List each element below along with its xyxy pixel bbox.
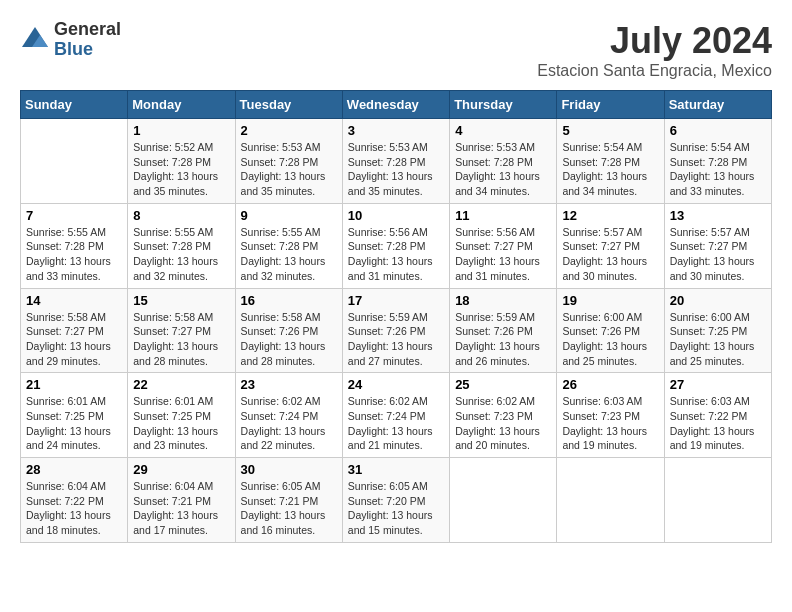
calendar-cell: 19Sunrise: 6:00 AMSunset: 7:26 PMDayligh… bbox=[557, 288, 664, 373]
day-info: Sunrise: 5:56 AMSunset: 7:28 PMDaylight:… bbox=[348, 225, 444, 284]
day-number: 6 bbox=[670, 123, 766, 138]
location: Estacion Santa Engracia, Mexico bbox=[537, 62, 772, 80]
calendar-cell: 10Sunrise: 5:56 AMSunset: 7:28 PMDayligh… bbox=[342, 203, 449, 288]
day-number: 15 bbox=[133, 293, 229, 308]
week-row-5: 28Sunrise: 6:04 AMSunset: 7:22 PMDayligh… bbox=[21, 458, 772, 543]
day-info: Sunrise: 5:55 AMSunset: 7:28 PMDaylight:… bbox=[241, 225, 337, 284]
calendar-cell: 7Sunrise: 5:55 AMSunset: 7:28 PMDaylight… bbox=[21, 203, 128, 288]
day-info: Sunrise: 5:53 AMSunset: 7:28 PMDaylight:… bbox=[455, 140, 551, 199]
calendar-cell: 22Sunrise: 6:01 AMSunset: 7:25 PMDayligh… bbox=[128, 373, 235, 458]
day-number: 20 bbox=[670, 293, 766, 308]
day-info: Sunrise: 5:52 AMSunset: 7:28 PMDaylight:… bbox=[133, 140, 229, 199]
calendar-cell bbox=[664, 458, 771, 543]
calendar-cell: 28Sunrise: 6:04 AMSunset: 7:22 PMDayligh… bbox=[21, 458, 128, 543]
day-info: Sunrise: 5:54 AMSunset: 7:28 PMDaylight:… bbox=[670, 140, 766, 199]
day-info: Sunrise: 5:59 AMSunset: 7:26 PMDaylight:… bbox=[348, 310, 444, 369]
calendar-cell: 12Sunrise: 5:57 AMSunset: 7:27 PMDayligh… bbox=[557, 203, 664, 288]
day-info: Sunrise: 6:05 AMSunset: 7:20 PMDaylight:… bbox=[348, 479, 444, 538]
logo-general: General bbox=[54, 20, 121, 40]
day-number: 3 bbox=[348, 123, 444, 138]
day-info: Sunrise: 6:02 AMSunset: 7:24 PMDaylight:… bbox=[241, 394, 337, 453]
calendar-cell: 26Sunrise: 6:03 AMSunset: 7:23 PMDayligh… bbox=[557, 373, 664, 458]
day-info: Sunrise: 5:57 AMSunset: 7:27 PMDaylight:… bbox=[670, 225, 766, 284]
calendar-cell: 30Sunrise: 6:05 AMSunset: 7:21 PMDayligh… bbox=[235, 458, 342, 543]
day-info: Sunrise: 5:53 AMSunset: 7:28 PMDaylight:… bbox=[241, 140, 337, 199]
day-number: 29 bbox=[133, 462, 229, 477]
day-number: 14 bbox=[26, 293, 122, 308]
day-info: Sunrise: 6:03 AMSunset: 7:23 PMDaylight:… bbox=[562, 394, 658, 453]
day-number: 16 bbox=[241, 293, 337, 308]
week-row-4: 21Sunrise: 6:01 AMSunset: 7:25 PMDayligh… bbox=[21, 373, 772, 458]
logo: General Blue bbox=[20, 20, 121, 60]
day-info: Sunrise: 6:01 AMSunset: 7:25 PMDaylight:… bbox=[26, 394, 122, 453]
calendar-cell bbox=[450, 458, 557, 543]
calendar-header-row: SundayMondayTuesdayWednesdayThursdayFrid… bbox=[21, 91, 772, 119]
calendar-cell: 25Sunrise: 6:02 AMSunset: 7:23 PMDayligh… bbox=[450, 373, 557, 458]
day-info: Sunrise: 5:58 AMSunset: 7:26 PMDaylight:… bbox=[241, 310, 337, 369]
header-friday: Friday bbox=[557, 91, 664, 119]
day-number: 13 bbox=[670, 208, 766, 223]
day-number: 2 bbox=[241, 123, 337, 138]
calendar-cell: 13Sunrise: 5:57 AMSunset: 7:27 PMDayligh… bbox=[664, 203, 771, 288]
page-header: General Blue July 2024 Estacion Santa En… bbox=[20, 20, 772, 80]
day-number: 28 bbox=[26, 462, 122, 477]
calendar-cell: 14Sunrise: 5:58 AMSunset: 7:27 PMDayligh… bbox=[21, 288, 128, 373]
calendar-cell: 9Sunrise: 5:55 AMSunset: 7:28 PMDaylight… bbox=[235, 203, 342, 288]
day-info: Sunrise: 6:02 AMSunset: 7:23 PMDaylight:… bbox=[455, 394, 551, 453]
calendar-cell: 16Sunrise: 5:58 AMSunset: 7:26 PMDayligh… bbox=[235, 288, 342, 373]
day-number: 24 bbox=[348, 377, 444, 392]
day-number: 22 bbox=[133, 377, 229, 392]
calendar-cell: 3Sunrise: 5:53 AMSunset: 7:28 PMDaylight… bbox=[342, 119, 449, 204]
header-wednesday: Wednesday bbox=[342, 91, 449, 119]
day-number: 27 bbox=[670, 377, 766, 392]
calendar-cell: 17Sunrise: 5:59 AMSunset: 7:26 PMDayligh… bbox=[342, 288, 449, 373]
month-title: July 2024 bbox=[537, 20, 772, 62]
day-info: Sunrise: 6:05 AMSunset: 7:21 PMDaylight:… bbox=[241, 479, 337, 538]
day-info: Sunrise: 5:56 AMSunset: 7:27 PMDaylight:… bbox=[455, 225, 551, 284]
day-info: Sunrise: 6:03 AMSunset: 7:22 PMDaylight:… bbox=[670, 394, 766, 453]
calendar-cell: 29Sunrise: 6:04 AMSunset: 7:21 PMDayligh… bbox=[128, 458, 235, 543]
day-info: Sunrise: 6:00 AMSunset: 7:26 PMDaylight:… bbox=[562, 310, 658, 369]
logo-text: General Blue bbox=[54, 20, 121, 60]
header-monday: Monday bbox=[128, 91, 235, 119]
day-info: Sunrise: 5:58 AMSunset: 7:27 PMDaylight:… bbox=[26, 310, 122, 369]
day-info: Sunrise: 5:58 AMSunset: 7:27 PMDaylight:… bbox=[133, 310, 229, 369]
day-number: 5 bbox=[562, 123, 658, 138]
day-number: 4 bbox=[455, 123, 551, 138]
day-number: 31 bbox=[348, 462, 444, 477]
week-row-3: 14Sunrise: 5:58 AMSunset: 7:27 PMDayligh… bbox=[21, 288, 772, 373]
day-number: 17 bbox=[348, 293, 444, 308]
day-info: Sunrise: 5:57 AMSunset: 7:27 PMDaylight:… bbox=[562, 225, 658, 284]
calendar-cell: 21Sunrise: 6:01 AMSunset: 7:25 PMDayligh… bbox=[21, 373, 128, 458]
calendar-cell: 23Sunrise: 6:02 AMSunset: 7:24 PMDayligh… bbox=[235, 373, 342, 458]
calendar-cell bbox=[21, 119, 128, 204]
day-info: Sunrise: 6:00 AMSunset: 7:25 PMDaylight:… bbox=[670, 310, 766, 369]
day-number: 11 bbox=[455, 208, 551, 223]
logo-blue: Blue bbox=[54, 40, 121, 60]
day-number: 7 bbox=[26, 208, 122, 223]
header-saturday: Saturday bbox=[664, 91, 771, 119]
day-number: 10 bbox=[348, 208, 444, 223]
calendar-table: SundayMondayTuesdayWednesdayThursdayFrid… bbox=[20, 90, 772, 543]
calendar-cell: 2Sunrise: 5:53 AMSunset: 7:28 PMDaylight… bbox=[235, 119, 342, 204]
calendar-cell: 27Sunrise: 6:03 AMSunset: 7:22 PMDayligh… bbox=[664, 373, 771, 458]
day-info: Sunrise: 5:55 AMSunset: 7:28 PMDaylight:… bbox=[26, 225, 122, 284]
calendar-cell: 18Sunrise: 5:59 AMSunset: 7:26 PMDayligh… bbox=[450, 288, 557, 373]
day-number: 30 bbox=[241, 462, 337, 477]
day-number: 21 bbox=[26, 377, 122, 392]
calendar-cell: 5Sunrise: 5:54 AMSunset: 7:28 PMDaylight… bbox=[557, 119, 664, 204]
title-block: July 2024 Estacion Santa Engracia, Mexic… bbox=[537, 20, 772, 80]
header-tuesday: Tuesday bbox=[235, 91, 342, 119]
day-number: 23 bbox=[241, 377, 337, 392]
day-number: 9 bbox=[241, 208, 337, 223]
header-sunday: Sunday bbox=[21, 91, 128, 119]
day-info: Sunrise: 6:04 AMSunset: 7:21 PMDaylight:… bbox=[133, 479, 229, 538]
day-number: 18 bbox=[455, 293, 551, 308]
day-number: 19 bbox=[562, 293, 658, 308]
header-thursday: Thursday bbox=[450, 91, 557, 119]
day-number: 8 bbox=[133, 208, 229, 223]
day-number: 12 bbox=[562, 208, 658, 223]
week-row-1: 1Sunrise: 5:52 AMSunset: 7:28 PMDaylight… bbox=[21, 119, 772, 204]
calendar-cell: 1Sunrise: 5:52 AMSunset: 7:28 PMDaylight… bbox=[128, 119, 235, 204]
calendar-cell: 15Sunrise: 5:58 AMSunset: 7:27 PMDayligh… bbox=[128, 288, 235, 373]
